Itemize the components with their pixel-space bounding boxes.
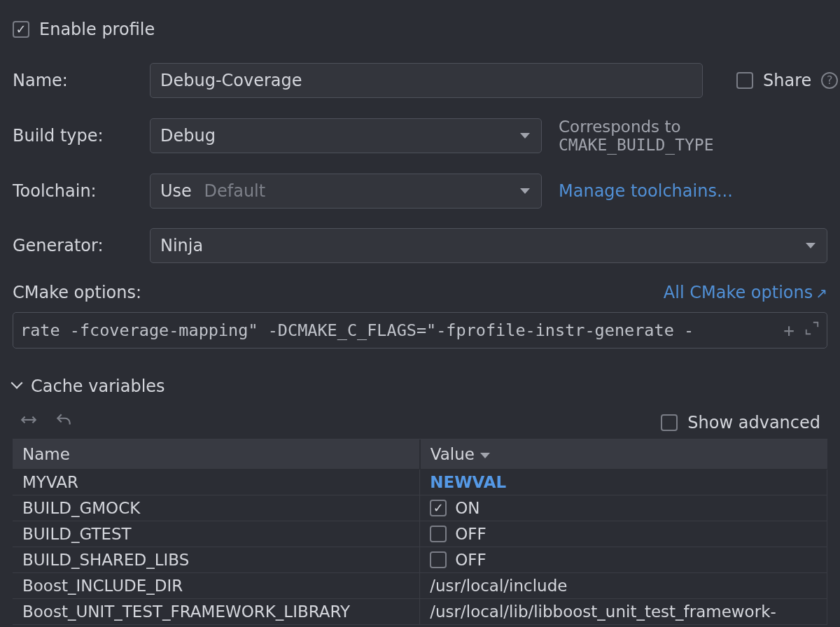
undo-icon[interactable] [55, 411, 73, 434]
cache-value-cell[interactable]: /usr/local/include [420, 573, 827, 599]
remap-icon[interactable] [20, 411, 38, 434]
value-text: /usr/local/lib/libboost_unit_test_framew… [430, 603, 776, 621]
build-type-select[interactable]: Debug [150, 118, 542, 153]
column-value[interactable]: Value [420, 439, 827, 470]
value-text: NEWVAL [430, 473, 506, 491]
toolchain-select[interactable]: Use Default [150, 174, 542, 209]
value-text: OFF [455, 525, 486, 543]
plus-icon[interactable]: + [783, 321, 794, 339]
cache-name-cell: Boost_INCLUDE_DIR [13, 573, 420, 599]
build-type-label: Build type: [13, 126, 150, 146]
share-label: Share [763, 71, 811, 90]
external-arrow-icon: ↗ [816, 285, 827, 302]
cmake-options-field[interactable]: rate -fcoverage-mapping" -DCMAKE_C_FLAGS… [13, 312, 827, 348]
all-cmake-options-link[interactable]: All CMake options↗ [664, 283, 827, 302]
cache-value-cell[interactable]: NEWVAL [420, 470, 827, 495]
table-row[interactable]: Boost_INCLUDE_DIR/usr/local/include [13, 573, 827, 599]
chevron-down-icon [13, 381, 24, 392]
cache-value-cell[interactable]: OFF [420, 521, 827, 547]
show-advanced-checkbox[interactable] [661, 414, 678, 431]
enable-profile-checkbox[interactable] [13, 21, 29, 38]
share-checkbox[interactable] [736, 72, 753, 89]
manage-toolchains-link[interactable]: Manage toolchains... [559, 181, 733, 201]
cmake-options-label: CMake options: [13, 283, 141, 302]
table-row[interactable]: BUILD_SHARED_LIBSOFF [13, 547, 827, 573]
value-text: OFF [455, 551, 486, 569]
table-row[interactable]: BUILD_GTESTOFF [13, 521, 827, 547]
cache-name-cell: BUILD_GMOCK [13, 495, 420, 521]
value-text: ON [455, 499, 479, 517]
sort-desc-icon [480, 453, 490, 458]
value-checkbox[interactable] [430, 526, 447, 542]
enable-profile-label: Enable profile [39, 20, 155, 39]
generator-label: Generator: [13, 236, 150, 255]
cache-name-cell: BUILD_GTEST [13, 521, 420, 547]
cache-value-cell[interactable]: /usr/local/lib/libboost_unit_test_framew… [420, 599, 827, 625]
table-row[interactable]: Boost_UNIT_TEST_FRAMEWORK_LIBRARY/usr/lo… [13, 599, 827, 625]
table-row[interactable]: BUILD_GMOCKON [13, 495, 827, 521]
expand-icon[interactable] [804, 313, 820, 348]
show-advanced-label: Show advanced [687, 413, 820, 432]
cache-panel: Show advanced Name Value MYVARNEWVALBUIL… [13, 406, 827, 625]
cache-name-cell: MYVAR [13, 470, 420, 495]
cache-value-cell[interactable]: ON [420, 495, 827, 521]
help-icon[interactable]: ? [821, 72, 838, 89]
toolchain-label: Toolchain: [13, 181, 150, 201]
value-checkbox[interactable] [430, 500, 447, 516]
build-type-hint: Corresponds to CMAKE_BUILD_TYPE [559, 118, 827, 154]
cache-variables-toggle[interactable]: Cache variables [13, 376, 827, 396]
value-text: /usr/local/include [430, 577, 567, 595]
generator-select[interactable]: Ninja [150, 228, 827, 263]
table-row[interactable]: MYVARNEWVAL [13, 470, 827, 495]
cache-name-cell: Boost_UNIT_TEST_FRAMEWORK_LIBRARY [13, 599, 420, 625]
name-label: Name: [13, 71, 150, 90]
column-name[interactable]: Name [13, 439, 420, 470]
cache-value-cell[interactable]: OFF [420, 547, 827, 573]
cache-table: Name Value MYVARNEWVALBUILD_GMOCKONBUILD… [13, 439, 827, 625]
value-checkbox[interactable] [430, 551, 447, 568]
name-field[interactable]: Debug-Coverage [150, 63, 703, 98]
cache-name-cell: BUILD_SHARED_LIBS [13, 547, 420, 573]
